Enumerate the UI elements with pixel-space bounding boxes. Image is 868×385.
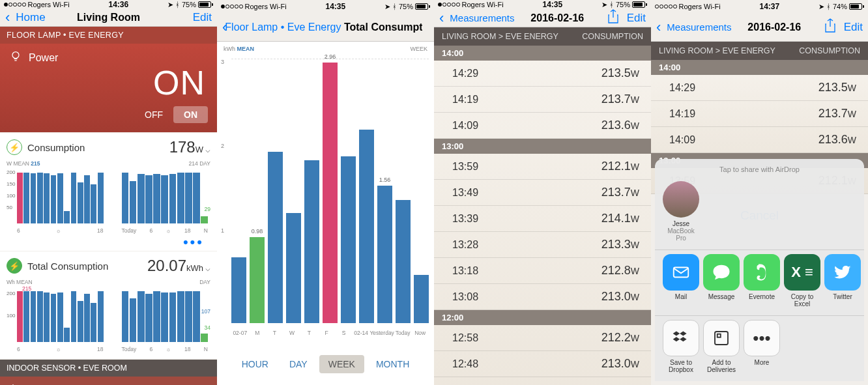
share-app-twitter[interactable]: Twitter	[823, 254, 862, 307]
hour-separator: 14:00	[434, 46, 651, 61]
carrier-label: Rogers Wi-Fi	[28, 1, 70, 8]
measurement-list[interactable]: 14:0014:29213.5W14:19213.7W14:09213.6W13…	[434, 46, 651, 385]
power-card: Power ON OFF ON	[0, 44, 217, 132]
consumption-label: Consumption	[27, 142, 85, 153]
back-button[interactable]: ‹Measurements	[439, 10, 515, 27]
nav-bar: ‹ Floor Lamp • Eve Energy Total Consumpt…	[217, 13, 434, 42]
status-bar: Rogers Wi-Fi 14:35 ➤ᚼ75%	[217, 0, 434, 13]
chevron-down-icon: ⌵	[205, 263, 210, 273]
back-button[interactable]: ‹Measurements	[656, 19, 732, 36]
svg-rect-4	[717, 334, 721, 337]
status-bar: Rogers Wi-Fi 14:36 ➤ ᚼ 75%	[0, 0, 217, 9]
total-consumption-chart: Wh MEAN 215 200 100 6☼18 DAY 107 34 Toda…	[7, 279, 210, 354]
svg-point-0	[12, 52, 19, 59]
share-app-co[interactable]: Co	[863, 254, 864, 307]
seg-hour[interactable]: HOUR	[233, 355, 278, 373]
total-consumption-value: 20.07kWh⌵	[147, 257, 210, 275]
page-title: Floor Lamp • Eve Energy Total Consumptio…	[225, 21, 422, 33]
table-row[interactable]: 13:59212.1W	[434, 154, 651, 180]
total-consumption-label: Total Consumption	[27, 261, 108, 272]
share-action-save-to-dropbox[interactable]: Save to Dropbox	[661, 320, 701, 373]
more-icon[interactable]: •••	[7, 235, 210, 246]
share-app-evernote[interactable]: Evernote	[742, 254, 781, 307]
svg-rect-2	[674, 268, 689, 278]
table-row[interactable]: 14:19213.7W	[651, 101, 868, 127]
breadcrumb: LIVING ROOM > EVE ENERGYCONSUMPTION	[434, 27, 651, 46]
seg-week[interactable]: WEEK	[319, 355, 364, 373]
share-app-message[interactable]: Message	[702, 254, 741, 307]
clock: 14:36	[108, 0, 128, 9]
screen-living-room: Rogers Wi-Fi 14:36 ➤ ᚼ 75% ‹Home Living …	[0, 0, 217, 385]
share-icon[interactable]	[607, 9, 619, 27]
bluetooth-icon: ᚼ	[175, 1, 180, 8]
temperature-row[interactable]: Temperature	[0, 377, 217, 385]
battery-percent: 75%	[182, 1, 196, 8]
screen-share-sheet: Rogers Wi-Fi 14:37 ➤ᚼ74% ‹Measurements 2…	[651, 0, 868, 385]
status-bar: Rogers Wi-Fi 14:37 ➤ᚼ74%	[651, 0, 868, 13]
edit-button[interactable]: Edit	[844, 21, 863, 34]
table-row[interactable]: 12:38214.1W	[434, 377, 651, 385]
table-row[interactable]: 13:08213.0W	[434, 284, 651, 310]
power-state: ON	[9, 63, 205, 102]
hour-separator: 14:00	[651, 60, 868, 75]
airdrop-contact[interactable]: JesseMacBook Pro	[661, 181, 701, 242]
share-action-more[interactable]: •••More	[742, 320, 781, 373]
status-bar: Rogers Wi-Fi 14:35 ➤ᚼ75%	[434, 0, 651, 9]
page-title: Living Room	[51, 12, 166, 23]
consumption-card[interactable]: ⚡Consumption 178W⌵ W MEAN 215 200 150 10…	[0, 133, 217, 251]
chevron-down-icon: ⌵	[205, 145, 210, 154]
nav-bar: ‹Measurements 2016-02-16 Edit	[651, 13, 868, 42]
nav-bar: ‹Home Living Room Edit	[0, 9, 217, 27]
device-section-head: FLOOR LAMP • EVE ENERGY	[0, 27, 217, 44]
back-button[interactable]: ‹Home	[5, 9, 51, 26]
nav-bar: ‹Measurements 2016-02-16 Edit	[434, 9, 651, 27]
table-row[interactable]: 14:09213.6W	[434, 113, 651, 139]
edit-button[interactable]: Edit	[193, 11, 212, 24]
bolt-icon: ⚡	[7, 139, 22, 155]
power-label: Power	[29, 52, 58, 64]
chevron-left-icon: ‹	[439, 10, 444, 27]
off-button[interactable]: OFF	[134, 106, 173, 123]
bolt-filled-icon: ⚡	[7, 258, 22, 274]
location-icon: ➤	[167, 1, 173, 9]
screen-measurements: Rogers Wi-Fi 14:35 ➤ᚼ75% ‹Measurements 2…	[434, 0, 651, 385]
hour-separator: 12:00	[434, 310, 651, 325]
share-sheet: Tap to share with AirDrop JesseMacBook P…	[655, 159, 864, 381]
indoor-sensor-head: INDOOR SENSOR • EVE ROOM	[0, 360, 217, 377]
breadcrumb: LIVING ROOM > EVE ENERGYCONSUMPTION	[651, 42, 868, 60]
table-row[interactable]: 14:09213.6W	[651, 127, 868, 153]
edit-button[interactable]: Edit	[627, 12, 646, 25]
hour-separator: 13:00	[434, 139, 651, 154]
bulb-icon	[9, 50, 22, 66]
table-row[interactable]: 13:39214.1W	[434, 206, 651, 232]
table-row[interactable]: 12:58212.2W	[434, 325, 651, 351]
table-row[interactable]: 13:28213.3W	[434, 232, 651, 258]
share-app-mail[interactable]: Mail	[661, 254, 701, 307]
table-row[interactable]: 14:19213.7W	[434, 87, 651, 113]
table-row[interactable]: 13:18212.8W	[434, 258, 651, 284]
consumption-value: 178W⌵	[169, 138, 210, 156]
chevron-left-icon: ‹	[5, 9, 10, 26]
avatar-icon	[663, 181, 699, 218]
total-consumption-card[interactable]: ⚡Total Consumption 20.07kWh⌵ Wh MEAN 215…	[0, 251, 217, 359]
consumption-chart: W MEAN 215 200 150 100 50 6☼18 214 DAY 2…	[7, 160, 210, 235]
table-row[interactable]: 14:29213.5W	[651, 75, 868, 101]
share-app-copy-to-excel[interactable]: X ≡Copy to Excel	[783, 254, 822, 307]
page-title: 2016-02-16	[515, 12, 600, 24]
page-title: 2016-02-16	[732, 21, 817, 33]
airdrop-hint: Tap to share with AirDrop	[655, 165, 864, 173]
screen-total-consumption: Rogers Wi-Fi 14:35 ➤ᚼ75% ‹ Floor Lamp • …	[217, 0, 434, 385]
share-icon[interactable]	[824, 18, 836, 36]
time-range-segment[interactable]: HOUR DAY WEEK MONTH	[217, 355, 434, 373]
table-row[interactable]: 13:49213.7W	[434, 180, 651, 206]
table-row[interactable]: 12:48213.0W	[434, 351, 651, 377]
seg-month[interactable]: MONTH	[367, 355, 418, 373]
table-row[interactable]: 14:29213.5W	[434, 61, 651, 87]
power-toggle[interactable]: OFF ON	[9, 106, 208, 123]
seg-day[interactable]: DAY	[280, 355, 317, 373]
week-chart: kWh MEANWEEK 3 2 1 0.982.961.56 02-07MTW…	[217, 42, 434, 385]
on-button[interactable]: ON	[173, 106, 208, 123]
share-action-add-to-deliveries[interactable]: Add to Deliveries	[702, 320, 741, 373]
